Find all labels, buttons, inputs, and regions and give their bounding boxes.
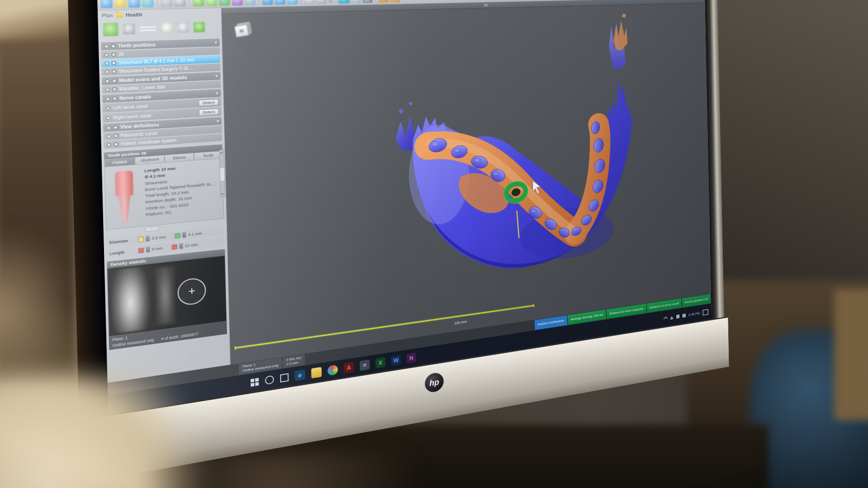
length-option-2[interactable]: 12 mm: [171, 242, 198, 250]
toolbar-separator: [335, 0, 336, 3]
diameter-option-1[interactable]: 3.3 mm: [138, 234, 166, 243]
spec-expander-button[interactable]: ...: [145, 226, 159, 232]
pano-view-tool-icon[interactable]: [390, 0, 400, 2]
scan-fragment: [613, 20, 628, 51]
ortho-view-tool-icon[interactable]: [378, 0, 388, 3]
patient-name: Health: [126, 12, 142, 18]
tree-actions: [98, 18, 222, 41]
visibility-icon[interactable]: [107, 134, 111, 139]
system-tray: 2:08 PM: [664, 309, 708, 322]
cylinder-tool-icon[interactable]: [287, 0, 298, 5]
orientation-cube[interactable]: H: [232, 21, 250, 38]
toolbar-separator: [301, 0, 301, 4]
add-implant-icon[interactable]: [193, 0, 204, 6]
implant-glyph-icon: [182, 232, 186, 238]
diameter-option-2[interactable]: 4.1 mm: [175, 230, 202, 239]
coordinate-system-label: Patient coordinate system: [121, 138, 177, 146]
taskbar-edge-icon[interactable]: e: [295, 370, 306, 381]
implant-spec-body: Length 10 mm Ø 4.1 mm Straumann Bone Lev…: [104, 158, 224, 230]
taskbar-word-icon[interactable]: W: [391, 355, 401, 366]
visibility-icon[interactable]: [105, 70, 109, 74]
visibility-icon[interactable]: [106, 106, 110, 110]
tooth-add-icon[interactable]: [161, 23, 173, 33]
align-implant-icon[interactable]: [219, 0, 230, 6]
right-nerve-label: Right nerve canal: [113, 113, 151, 120]
visibility-icon[interactable]: [104, 61, 109, 66]
visibility-icon[interactable]: [104, 44, 108, 48]
taskbar-clock[interactable]: 2:08 PM: [689, 311, 700, 317]
open-plan-icon[interactable]: [114, 0, 127, 8]
visibility-icon[interactable]: [104, 53, 109, 57]
sleeve-options-dropdown[interactable]: [328, 0, 333, 3]
yellow-swatch: [138, 236, 144, 242]
toolbar-separator: [375, 0, 376, 2]
section-teeth-positions: Teeth positions ▾ 36: [101, 38, 220, 75]
cortana-search-icon[interactable]: [265, 375, 274, 385]
taskbar-chrome-icon[interactable]: [327, 365, 338, 376]
cube-front-face: H: [234, 24, 249, 38]
add-abutment-icon[interactable]: [232, 0, 243, 6]
notification-center-icon[interactable]: [703, 309, 708, 316]
teeth-id: # of teeth: 19650677: [161, 332, 198, 341]
rotate-object-icon[interactable]: [245, 0, 256, 5]
visibility-icon[interactable]: [106, 126, 111, 130]
views-title: View definitions: [120, 122, 159, 130]
plan-label: Plan: [102, 13, 113, 18]
model-cube-icon[interactable]: [174, 0, 186, 7]
ct-slice-image: [111, 266, 155, 334]
undo-icon[interactable]: [161, 0, 173, 7]
implant-item-icon[interactable]: [123, 23, 135, 34]
collapse-chevron-icon[interactable]: ▾: [216, 91, 218, 95]
collapse-chevron-icon[interactable]: ▾: [217, 119, 219, 123]
taskbar-explorer-icon[interactable]: [311, 367, 321, 378]
implant-library-icon[interactable]: [262, 0, 273, 5]
toolbar-separator: [259, 0, 259, 5]
tree-scrollbar[interactable]: [219, 149, 226, 197]
tray-volume-icon[interactable]: [682, 314, 685, 318]
visibility-icon[interactable]: [105, 79, 109, 83]
taskbar-acrobat-icon[interactable]: A: [344, 362, 354, 373]
density-measure-tool-icon[interactable]: [363, 0, 373, 3]
diameter-option-1-label: 3.3 mm: [151, 235, 166, 240]
taskbar-onenote-icon[interactable]: N: [406, 352, 416, 363]
add-object-icon[interactable]: [103, 23, 118, 36]
tooth-icon: [111, 52, 116, 56]
diameter-option-2-label: 4.1 mm: [188, 231, 202, 237]
visibility-icon[interactable]: [107, 143, 111, 147]
tooth-number: 36: [118, 52, 124, 57]
diameter-label: Diameter: [109, 237, 138, 244]
visibility-icon[interactable]: [105, 97, 110, 101]
tray-chevron-icon[interactable]: [664, 316, 668, 321]
save-plan-icon[interactable]: [128, 0, 141, 8]
length-option-1-label: 8 mm: [152, 246, 163, 251]
ct-slice-image-2: [155, 266, 175, 325]
detect-left-nerve-button[interactable]: Detect: [198, 99, 218, 106]
visibility-icon[interactable]: [106, 116, 110, 120]
tray-network-icon[interactable]: [670, 316, 673, 319]
screw-icon[interactable]: [177, 22, 189, 33]
import-data-icon[interactable]: [142, 0, 154, 8]
implant-verify-icon[interactable]: [274, 0, 285, 5]
collapse-chevron-icon[interactable]: ▾: [215, 40, 217, 45]
mesh-icon: [112, 87, 117, 91]
length-option-2-label: 12 mm: [184, 242, 198, 248]
new-plan-icon[interactable]: [100, 0, 113, 9]
selected-guide-tool-icon[interactable]: [339, 0, 349, 4]
visibility-icon[interactable]: [105, 88, 110, 92]
sleeve-tool2-icon[interactable]: [316, 0, 326, 4]
clear-plan-icon[interactable]: [193, 22, 205, 33]
taskbar-excel-icon[interactable]: X: [375, 357, 385, 368]
red-swatch: [171, 244, 177, 250]
task-view-icon[interactable]: [280, 373, 289, 382]
taskbar-calculator-icon[interactable]: =: [359, 360, 370, 371]
move-implant-icon[interactable]: [206, 0, 217, 6]
bone-cube-tool-icon[interactable]: [351, 0, 361, 3]
start-button[interactable]: [250, 378, 259, 387]
jaw-3d-model[interactable]: [354, 1, 670, 293]
sleeve-tool-icon[interactable]: [304, 0, 315, 4]
length-option-1[interactable]: 8 mm: [138, 245, 163, 253]
collapse-chevron-icon[interactable]: ▾: [216, 74, 218, 78]
tray-battery-icon[interactable]: [676, 314, 679, 319]
detect-right-nerve-button[interactable]: Detect: [199, 108, 219, 116]
add-measurement-button[interactable]: +: [177, 277, 206, 306]
